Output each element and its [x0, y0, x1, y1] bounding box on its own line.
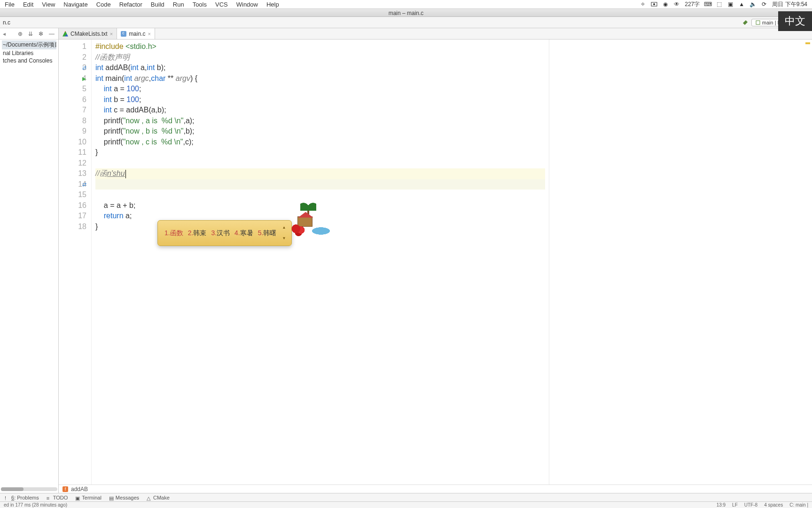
app-menu: FileEditViewNavigateCodeRefactorBuildRun… [5, 1, 279, 8]
status-bar: ed in 177 ms (28 minutes ago) 13:9 LF UT… [0, 501, 812, 508]
editor-right-margin [549, 40, 812, 484]
code-line[interactable]: int c = addAB(a,b); [95, 105, 545, 116]
menu-vcs[interactable]: VCS [215, 1, 228, 8]
close-tab-icon[interactable]: × [110, 31, 113, 37]
sidebar-item[interactable]: tches and Consoles [2, 57, 56, 64]
code-line[interactable]: int main(int argc,char ** argv) { [95, 73, 545, 84]
editor-tab[interactable]: main.c× [117, 28, 155, 39]
editor-breadcrumb[interactable]: f addAB [59, 484, 812, 493]
c-file-icon [121, 31, 126, 37]
line-separator[interactable]: LF [732, 502, 738, 508]
close-tab-icon[interactable]: × [148, 31, 150, 37]
tray-icon[interactable]: ⬚ [716, 1, 722, 8]
code-line[interactable]: printf("now , c is %d \n",c); [95, 137, 545, 148]
target-icon[interactable]: ⊕ [18, 31, 24, 37]
nav-breadcrumb[interactable]: n.c [3, 19, 10, 26]
clock[interactable]: 周日 下午9:54 [772, 0, 807, 8]
code-area[interactable]: #include <stdio.h>//函数声明int addAB(int a,… [92, 40, 549, 484]
settings-icon[interactable]: ✻ [39, 31, 45, 37]
tab-label: CMakeLists.txt [70, 31, 108, 37]
menu-navigate[interactable]: Navigate [63, 1, 87, 8]
function-icon: f [62, 486, 68, 492]
code-line[interactable]: int b = 100; [95, 95, 545, 105]
file-encoding[interactable]: UTF-8 [744, 502, 757, 508]
svg-rect-2 [756, 21, 760, 24]
caret-position[interactable]: 13:9 [717, 502, 726, 508]
tool-tab-messages[interactable]: ▤Messages [109, 495, 139, 500]
ime-candidate[interactable]: 3.汉书 [209, 228, 232, 238]
menu-build[interactable]: Build [151, 1, 164, 8]
tool-tab-icon: ▣ [75, 495, 80, 500]
tray-icon[interactable]: ✧ [640, 1, 646, 8]
tool-tab-terminal[interactable]: ▣Terminal [75, 495, 102, 500]
code-line[interactable]: printf("now , a is %d \n",a); [95, 116, 545, 127]
sync-icon[interactable]: ⇄ [82, 63, 86, 73]
svg-point-1 [653, 3, 655, 5]
editor-tab[interactable]: CMakeLists.txt× [59, 28, 117, 39]
tool-tab-todo[interactable]: ≡TODO [47, 495, 68, 500]
code-line[interactable]: //函数声明 [95, 52, 545, 63]
breadcrumb-label: addAB [71, 486, 88, 492]
tool-tab-icon: ! [5, 495, 9, 500]
tool-tab-problems[interactable]: !6: Problems [5, 495, 39, 500]
menu-refactor[interactable]: Refactor [119, 1, 142, 8]
sidebar-scrollbar[interactable] [1, 487, 57, 491]
code-line[interactable]: #include <stdio.h> [95, 41, 545, 52]
ime-skin-graphic [287, 200, 329, 243]
cmake-file-icon [62, 31, 68, 37]
code-line[interactable]: printf("now , b is %d \n",b); [95, 126, 545, 137]
tool-tab-cmake[interactable]: △CMake [147, 495, 170, 500]
code-line[interactable]: //函n'shu [95, 168, 545, 179]
error-stripe-marker[interactable] [805, 42, 810, 44]
volume-icon[interactable]: 🔈 [750, 1, 756, 8]
prev-icon[interactable]: ◂ [3, 31, 6, 37]
menu-code[interactable]: Code [96, 1, 111, 8]
tray-icon[interactable]: ▣ [727, 1, 734, 8]
hide-icon[interactable]: — [49, 31, 55, 37]
sidebar-item[interactable]: nal Libraries [2, 49, 56, 57]
code-line[interactable] [95, 179, 545, 190]
ime-candidate-popup[interactable]: 1.函数2.韩束3.汉书4.寒暑5.韩曙▲▼ [157, 220, 329, 246]
tool-tab-icon: ▤ [109, 495, 114, 500]
menu-help[interactable]: Help [266, 1, 279, 8]
menu-file[interactable]: File [5, 1, 15, 8]
ime-candidate[interactable]: 1.函数 [163, 228, 185, 238]
tray-icon[interactable]: ⌨ [704, 1, 711, 8]
context-label: C: main | [789, 502, 808, 508]
menu-edit[interactable]: Edit [23, 1, 33, 8]
system-tray: ✧ ◉ 👁 227字 ⌨ ⬚ ▣ ▲ 🔈 ⟳ 周日 下午9:54 [640, 0, 807, 8]
code-line[interactable]: int addAB(int a,int b); [95, 63, 545, 73]
sync-icon[interactable]: ⇄ [82, 179, 86, 190]
menu-tools[interactable]: Tools [193, 1, 207, 8]
code-line[interactable] [95, 158, 545, 169]
editor-tabs: CMakeLists.txt×main.c× [59, 28, 812, 40]
code-editor[interactable]: 123456789101112131415161718 ⇄▶⇄ #include… [59, 40, 812, 484]
ime-language-indicator: 中文 [778, 11, 812, 31]
menu-view[interactable]: View [42, 1, 55, 8]
tray-icon[interactable] [651, 1, 657, 8]
status-message: ed in 177 ms (28 minutes ago) [4, 502, 67, 508]
tool-tab-icon: ≡ [47, 495, 51, 500]
run-gutter-icon[interactable]: ▶ [82, 73, 86, 84]
tray-icon[interactable]: ◉ [662, 1, 669, 8]
ime-page-arrows[interactable]: ▲▼ [281, 222, 287, 244]
build-icon[interactable] [742, 19, 749, 26]
tool-tab-icon: △ [147, 495, 151, 500]
tray-icon[interactable]: 👁 [673, 1, 680, 8]
project-sidebar: ◂ ⊕ ⇊ ✻ — ~/Documents/示例项目 nal Libraries… [0, 28, 59, 493]
indent-setting[interactable]: 4 spaces [764, 502, 783, 508]
project-root[interactable]: ~/Documents/示例项目 [2, 40, 56, 49]
code-line[interactable] [95, 190, 545, 200]
code-line[interactable]: int a = 100; [95, 84, 545, 95]
ime-candidate[interactable]: 4.寒暑 [233, 228, 255, 238]
window-title: main – main.c [0, 8, 812, 17]
code-line[interactable]: } [95, 147, 545, 158]
ime-candidate[interactable]: 2.韩束 [186, 228, 209, 238]
menu-run[interactable]: Run [173, 1, 184, 8]
ime-candidate[interactable]: 5.韩曙 [256, 228, 279, 238]
tray-icon[interactable]: ▲ [738, 1, 745, 8]
collapse-icon[interactable]: ⇊ [28, 31, 35, 37]
bottom-tool-tabs: !6: Problems≡TODO▣Terminal▤Messages△CMak… [0, 493, 812, 501]
tray-icon[interactable]: ⟳ [761, 1, 767, 8]
menu-window[interactable]: Window [236, 1, 258, 8]
